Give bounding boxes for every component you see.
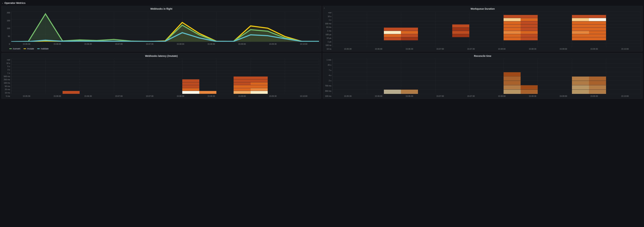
legend-item-mutate[interactable]: /mutate xyxy=(24,48,34,50)
legend-label: /validate xyxy=(41,48,49,50)
panel-title: Webhooks latency (/mutate) xyxy=(2,53,321,58)
x-axis: 15:05:3015:06:0015:06:3015:07:0015:07:30… xyxy=(332,94,640,97)
legend-label: /convert xyxy=(13,48,20,50)
panel-webhooks-latency[interactable]: Webhooks latency (/mutate) +Inf10 s5 s3 … xyxy=(2,53,321,99)
heatmap-chart[interactable] xyxy=(11,59,319,94)
panel-body: +Inf10 s1 s100 ms10 ms1 ms100 µs10 µs1 µ… xyxy=(323,11,642,51)
y-axis: 200150100500 xyxy=(3,12,11,45)
legend-label: /mutate xyxy=(27,48,34,50)
x-axis: 15:05:3015:06:0015:06:3015:07:0015:07:30… xyxy=(332,47,640,50)
legend: /convert /mutate /validate xyxy=(2,47,321,51)
panel-webhooks-in-flight[interactable]: Webhooks in flight 200150100500 15:05:30… xyxy=(2,6,321,52)
panel-body: 1 min20 s7 s4 s2 s700 ms350 ms100 ms 15:… xyxy=(323,58,642,99)
panel-title: Reconcile time xyxy=(323,53,642,58)
panel-title: Workqueue Duration xyxy=(323,6,642,11)
info-icon[interactable]: i xyxy=(324,7,325,10)
legend-item-convert[interactable]: /convert xyxy=(9,48,20,50)
panel-body: +Inf10 s5 s3 s1 s500 ms250 ms100 ms50 ms… xyxy=(2,58,321,99)
panel-grid: Webhooks in flight 200150100500 15:05:30… xyxy=(1,5,643,99)
row-title: Operator Metrics xyxy=(4,2,26,5)
panel-title: Webhooks in flight xyxy=(2,6,321,11)
row-header[interactable]: ⌄ Operator Metrics xyxy=(1,1,643,5)
panel-workqueue-duration[interactable]: i Workqueue Duration +Inf10 s1 s100 ms10… xyxy=(323,6,642,52)
y-axis: +Inf10 s1 s100 ms10 ms1 ms100 µs10 µs1 µ… xyxy=(324,12,332,50)
line-chart[interactable] xyxy=(11,12,319,42)
heatmap-chart[interactable] xyxy=(332,59,640,94)
chevron-down-icon: ⌄ xyxy=(2,2,3,4)
x-axis: 15:05:3015:06:0015:06:3015:07:0015:07:30… xyxy=(11,42,319,45)
y-axis: 1 min20 s7 s4 s2 s700 ms350 ms100 ms xyxy=(324,59,332,97)
panel-body: 200150100500 15:05:3015:06:0015:06:3015:… xyxy=(2,11,321,47)
x-axis: 15:05:3015:06:0015:06:3015:07:0015:07:30… xyxy=(11,94,319,97)
y-axis: +Inf10 s5 s3 s1 s500 ms250 ms100 ms50 ms… xyxy=(3,59,11,97)
panel-reconcile-time[interactable]: Reconcile time 1 min20 s7 s4 s2 s700 ms3… xyxy=(323,53,642,99)
legend-item-validate[interactable]: /validate xyxy=(37,48,49,50)
heatmap-chart[interactable] xyxy=(332,12,640,47)
